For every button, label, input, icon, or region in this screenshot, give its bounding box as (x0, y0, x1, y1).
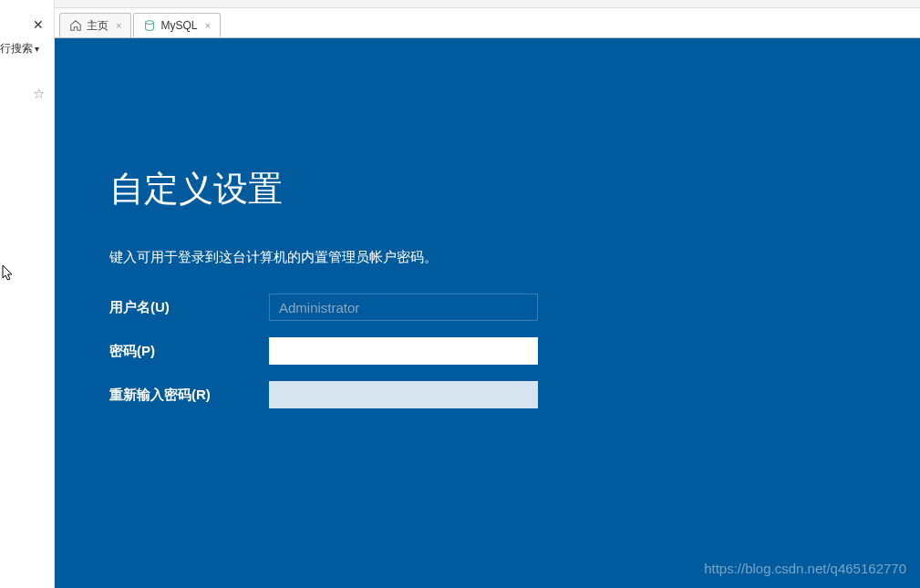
star-icon[interactable]: ☆ (33, 86, 45, 102)
database-icon (143, 19, 156, 32)
page-title: 自定义设置 (109, 166, 920, 212)
page-subtitle: 键入可用于登录到这台计算机的内置管理员帐户密码。 (109, 249, 920, 266)
password-input[interactable] (269, 337, 538, 365)
toolbar-strip (55, 0, 920, 8)
tab-close-icon[interactable]: × (204, 20, 210, 31)
cursor-icon (2, 264, 15, 283)
tab-close-icon[interactable]: × (116, 20, 121, 31)
search-label-row[interactable]: 行搜索 ▾ (0, 41, 39, 57)
home-icon (69, 19, 82, 32)
left-sidebar: ✕ 行搜索 ▾ ☆ (0, 0, 55, 588)
watermark-text: https://blog.csdn.net/q465162770 (704, 561, 906, 576)
tab-label: MySQL (160, 19, 197, 32)
main-area: 主页 × MySQL × 自定义设置 键入可用于登录到这台计算机的内置管理员帐户… (55, 0, 920, 588)
tab-label: 主页 (87, 18, 109, 34)
tab-bar: 主页 × MySQL × (55, 8, 920, 38)
confirm-password-input[interactable] (269, 381, 538, 408)
close-icon: ✕ (33, 17, 44, 32)
svg-point-0 (146, 20, 154, 24)
username-row: 用户名(U) Administrator (109, 294, 920, 321)
search-label: 行搜索 (0, 41, 33, 57)
username-label: 用户名(U) (109, 299, 269, 316)
tab-home[interactable]: 主页 × (59, 13, 131, 37)
username-value: Administrator (279, 300, 359, 315)
tab-mysql[interactable]: MySQL × (133, 13, 220, 37)
close-button[interactable]: ✕ (30, 16, 47, 33)
setup-screen: 自定义设置 键入可用于登录到这台计算机的内置管理员帐户密码。 用户名(U) Ad… (55, 38, 920, 588)
confirm-password-row: 重新输入密码(R) (109, 381, 920, 408)
username-field: Administrator (269, 294, 538, 321)
password-label: 密码(P) (109, 343, 269, 360)
confirm-password-label: 重新输入密码(R) (109, 387, 269, 404)
chevron-down-icon: ▾ (35, 44, 39, 54)
password-row: 密码(P) (109, 337, 920, 365)
